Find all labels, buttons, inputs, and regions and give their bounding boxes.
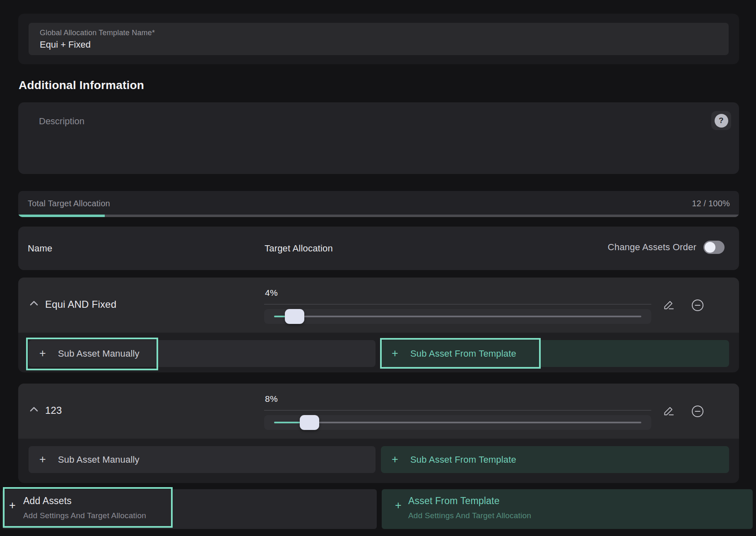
assets-table-header: Name Target Allocation Change Assets Ord… (18, 227, 739, 270)
add-assets-title: Add Assets (23, 495, 72, 507)
template-name-card: Global Allocation Template Name* (18, 14, 739, 64)
slider-divider (264, 304, 651, 304)
template-name-field[interactable]: Global Allocation Template Name* (29, 23, 729, 55)
change-assets-order-label: Change Assets Order (608, 242, 696, 253)
sub-asset-manually-button[interactable]: + Sub Asset Manually (29, 446, 376, 473)
plus-icon: + (392, 348, 398, 359)
collapse-chevron-icon[interactable] (29, 300, 39, 307)
question-mark-icon: ? (715, 114, 728, 128)
minus-circle-icon (691, 298, 705, 312)
column-target-allocation: Target Allocation (265, 243, 333, 254)
allocation-progress-track (18, 215, 739, 217)
description-card: ? (18, 102, 739, 174)
remove-asset-button[interactable] (691, 298, 705, 312)
asset-from-template-title: Asset From Template (408, 495, 500, 507)
toggle-knob (705, 242, 715, 253)
allocation-progress-fill (18, 215, 105, 217)
target-allocation-slider[interactable] (264, 309, 651, 324)
sub-asset-manually-button[interactable]: + Sub Asset Manually (29, 340, 376, 367)
total-target-allocation-label: Total Target Allocation (28, 199, 110, 208)
slider-rail (274, 422, 641, 423)
plus-icon: + (39, 348, 46, 359)
asset-row: Equi AND Fixed 4% (18, 278, 739, 372)
sub-asset-from-template-button[interactable]: + Sub Asset From Template (381, 446, 729, 473)
additional-information-heading: Additional Information (19, 79, 144, 92)
slider-divider (264, 410, 651, 410)
target-allocation-value: 4% (265, 288, 278, 298)
asset-name: 123 (45, 405, 62, 416)
add-assets-subtitle: Add Settings And Target Allocation (23, 511, 146, 520)
target-allocation-value: 8% (265, 394, 278, 404)
minus-circle-icon (691, 404, 705, 418)
allocation-counter: 12 / 100% (692, 199, 730, 208)
remove-asset-button[interactable] (691, 404, 705, 418)
change-assets-order-toggle[interactable] (703, 241, 725, 254)
target-allocation-slider[interactable] (264, 415, 651, 430)
allocation-template-page: Global Allocation Template Name* Additio… (0, 0, 756, 536)
edit-asset-button[interactable] (663, 404, 675, 417)
asset-from-template-button[interactable]: + Asset From Template Add Settings And T… (382, 489, 753, 529)
asset-from-template-subtitle: Add Settings And Target Allocation (408, 511, 531, 520)
column-name: Name (28, 243, 53, 254)
edit-pencil-icon (663, 298, 675, 311)
slider-thumb[interactable] (285, 309, 304, 324)
template-name-input[interactable] (40, 39, 694, 50)
edit-pencil-icon (663, 404, 675, 417)
plus-icon: + (39, 454, 46, 465)
slider-thumb[interactable] (300, 415, 319, 430)
collapse-chevron-icon[interactable] (29, 406, 39, 413)
template-name-label: Global Allocation Template Name* (40, 29, 729, 37)
total-target-allocation-tab[interactable]: Total Target Allocation 12 / 100% (18, 191, 739, 217)
description-input[interactable] (18, 102, 739, 174)
help-button[interactable]: ? (711, 111, 731, 130)
slider-rail (274, 316, 641, 317)
plus-icon: + (392, 454, 398, 465)
add-assets-button[interactable]: + Add Assets Add Settings And Target All… (2, 489, 377, 529)
edit-asset-button[interactable] (663, 298, 675, 311)
plus-icon: + (395, 499, 402, 512)
sub-asset-from-template-button[interactable]: + Sub Asset From Template (381, 340, 729, 367)
plus-icon: + (9, 499, 16, 512)
slider-fill (274, 422, 303, 423)
asset-name: Equi AND Fixed (45, 299, 116, 310)
asset-row: 123 8% (18, 384, 739, 483)
